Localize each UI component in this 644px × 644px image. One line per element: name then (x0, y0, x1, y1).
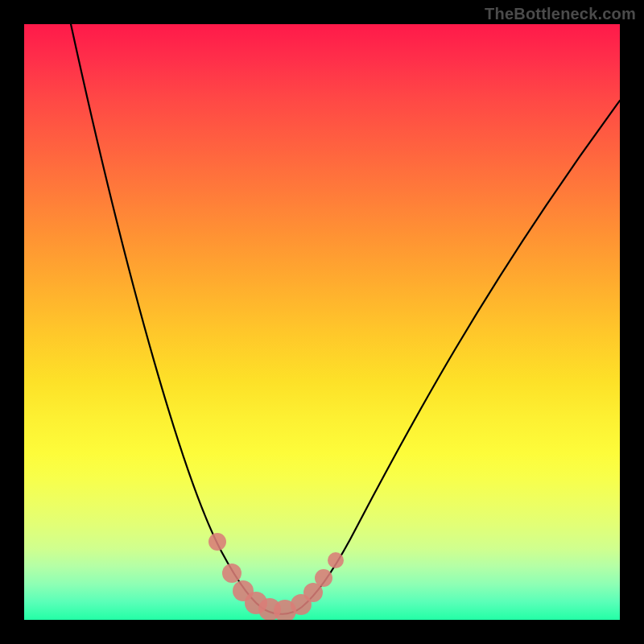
bottleneck-curve (71, 24, 620, 614)
marker-8 (315, 569, 332, 587)
marker-9 (328, 552, 344, 568)
marker-1 (222, 564, 242, 583)
plot-area (24, 24, 620, 620)
watermark-label: TheBottleneck.com (485, 5, 636, 23)
marker-0 (208, 533, 226, 551)
marker-group (208, 533, 344, 620)
chart-frame: TheBottleneck.com (0, 0, 644, 644)
chart-svg (24, 24, 620, 620)
